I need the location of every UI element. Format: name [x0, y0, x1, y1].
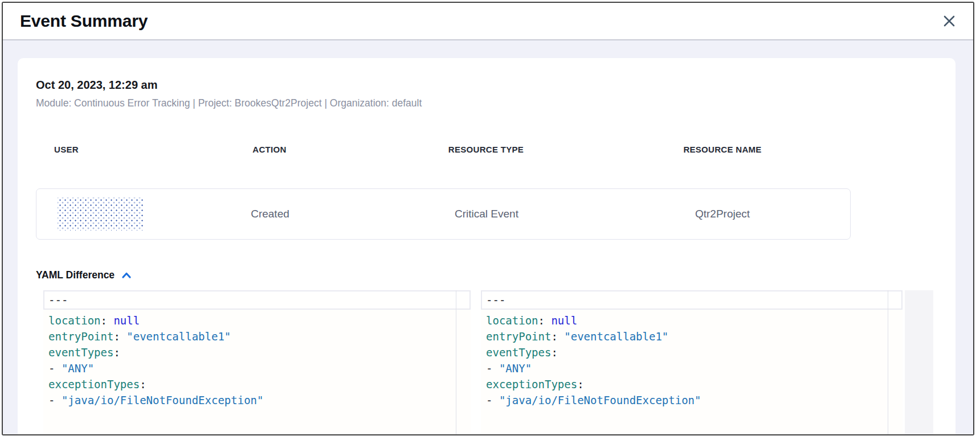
audit-table: USER ACTION RESOURCE TYPE RESOURCE NAME … — [36, 145, 851, 240]
resource-type-cell: Critical Event — [378, 208, 595, 220]
modal-header: Event Summary — [3, 3, 973, 39]
redacted-user-pattern — [58, 198, 143, 231]
yaml-pane: ---location: nullentryPoint: "eventcalla… — [481, 290, 903, 435]
code-line[interactable]: --- — [481, 290, 903, 310]
code-line[interactable]: - "ANY" — [43, 360, 471, 376]
yaml-collapse-toggle[interactable] — [120, 270, 133, 280]
resource-name-cell: Qtr2Project — [595, 208, 850, 220]
diff-scrollbar[interactable] — [905, 290, 933, 435]
pane-gutter-line — [888, 290, 889, 435]
code-line[interactable]: entryPoint: "eventcallable1" — [481, 328, 903, 344]
code-line[interactable]: eventTypes: — [43, 344, 471, 360]
modal-body: Oct 20, 2023, 12:29 am Module: Continuou… — [3, 40, 973, 434]
yaml-section-label: YAML Difference — [36, 269, 115, 281]
column-header-resource-type: RESOURCE TYPE — [378, 145, 594, 157]
code-line[interactable]: location: null — [43, 313, 471, 328]
column-header-action: ACTION — [161, 145, 378, 157]
chevron-up-icon — [121, 272, 132, 279]
event-meta: Module: Continuous Error Tracking | Proj… — [36, 97, 937, 109]
screen: Event Summary Oct 20, 2023, 12:29 am Mod… — [0, 0, 980, 444]
code-line[interactable]: eventTypes: — [481, 344, 903, 360]
table-header-row: USER ACTION RESOURCE TYPE RESOURCE NAME — [36, 145, 851, 157]
code-line[interactable]: - "java/io/FileNotFoundException" — [481, 392, 903, 408]
close-button[interactable] — [940, 12, 958, 30]
pane-gutter-line — [456, 290, 457, 435]
close-icon — [942, 14, 956, 28]
code-line[interactable]: exceptionTypes: — [481, 376, 903, 392]
code-line[interactable]: exceptionTypes: — [43, 376, 471, 392]
code-line[interactable]: location: null — [481, 313, 903, 328]
user-cell — [36, 198, 162, 231]
yaml-section-header: YAML Difference — [36, 269, 937, 281]
code-line[interactable]: - "ANY" — [481, 360, 903, 376]
event-timestamp: Oct 20, 2023, 12:29 am — [36, 79, 937, 92]
event-table-row: Created Critical Event Qtr2Project — [36, 188, 851, 240]
column-header-user: USER — [36, 145, 161, 157]
summary-card: Oct 20, 2023, 12:29 am Module: Continuou… — [18, 58, 956, 435]
page-title: Event Summary — [20, 11, 148, 31]
code-line[interactable]: --- — [43, 290, 471, 310]
yaml-pane: ---location: nullentryPoint: "eventcalla… — [43, 290, 471, 435]
column-header-resource-name: RESOURCE NAME — [594, 145, 851, 157]
event-summary-modal: Event Summary Oct 20, 2023, 12:29 am Mod… — [2, 2, 974, 435]
code-line[interactable]: entryPoint: "eventcallable1" — [43, 328, 471, 344]
action-cell: Created — [162, 208, 378, 220]
code-line[interactable]: - "java/io/FileNotFoundException" — [43, 392, 471, 408]
yaml-diff-viewer: ---location: nullentryPoint: "eventcalla… — [43, 290, 937, 435]
